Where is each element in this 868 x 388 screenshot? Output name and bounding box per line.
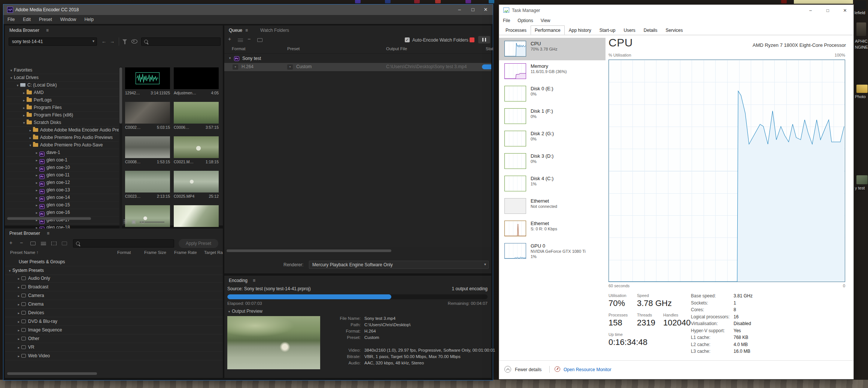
preset-category-row[interactable]: ▸VR	[5, 343, 223, 352]
zoom-slider-knob[interactable]	[141, 220, 145, 224]
preset-category-row[interactable]: ▸Other	[5, 334, 223, 343]
tree-item[interactable]: ▸AMD	[6, 89, 119, 97]
tree-horizontal-scrollbar[interactable]	[7, 217, 91, 220]
twist-icon[interactable]: ▸	[21, 90, 27, 97]
twist-icon[interactable]: ▸	[34, 187, 39, 194]
add-source-icon[interactable]: +	[228, 36, 231, 42]
tree-item[interactable]: ▾Adobe Premiere Pro Auto-Save	[6, 142, 119, 149]
twist-icon[interactable]: ▾	[9, 75, 14, 82]
tree-item[interactable]: ▸Prglen coe-10	[6, 164, 119, 172]
ame-titlebar[interactable]: Adobe Media Encoder CC 2018 – □ ✕	[3, 4, 493, 15]
tree-item[interactable]: ▸PerfLogs	[6, 97, 119, 104]
export-preset-icon[interactable]	[62, 242, 67, 245]
tree-item[interactable]: ▸Program Files (x86)	[6, 112, 119, 119]
twist-icon[interactable]: ▸	[16, 275, 21, 283]
preset-group-row[interactable]: User Presets & Groups	[5, 258, 223, 266]
column-header[interactable]: Preset	[287, 46, 300, 51]
preset-group-row[interactable]: ▾System Presets	[5, 266, 223, 275]
app-icon[interactable]	[781, 0, 787, 3]
twist-icon[interactable]: ▸	[34, 194, 39, 201]
menu-item[interactable]: Edit	[19, 15, 35, 22]
twist-icon[interactable]: ▾	[227, 56, 233, 60]
preset-category-row[interactable]: ▸Image Sequence	[5, 326, 223, 334]
menu-item[interactable]: Help	[80, 15, 98, 22]
twist-icon[interactable]: ▸	[16, 309, 21, 317]
media-thumbnail[interactable]: 12942… 3:14:11925	[124, 67, 171, 99]
tree-item[interactable]: ▸Prglen coe-14	[6, 194, 119, 201]
menu-item[interactable]: File	[3, 15, 19, 22]
panel-menu-icon[interactable]: ≡	[245, 28, 248, 33]
maximize-button[interactable]: □	[467, 4, 479, 15]
tree-item[interactable]: ▾Local Drives	[6, 74, 119, 82]
back-icon[interactable]: ←	[101, 39, 106, 44]
column-header[interactable]: Target Ra	[204, 250, 223, 255]
tm-titlebar[interactable]: Task Manager – □ ✕	[499, 5, 853, 16]
tab[interactable]: Users	[619, 25, 639, 35]
filter-icon[interactable]	[122, 39, 127, 42]
format-dropdown[interactable]: ▾	[233, 64, 238, 70]
media-thumbnail[interactable]: C0025.MP4 25:12	[173, 170, 220, 202]
column-header[interactable]: Stat	[486, 46, 493, 51]
tab-queue[interactable]: Queue	[229, 28, 242, 33]
tab-watch-folders[interactable]: Watch Folders	[260, 28, 289, 33]
tree-item[interactable]: ▸Prglen coe-11	[6, 172, 119, 179]
add-preset-icon[interactable]: +	[9, 240, 12, 246]
desktop-icon[interactable]	[856, 175, 868, 184]
folder-icon[interactable]	[856, 85, 868, 93]
tree-item[interactable]: ▾Scratch Disks	[6, 119, 119, 127]
renderer-dropdown[interactable]: Mercury Playback Engine Software Only ▾	[309, 261, 489, 269]
media-thumbnail[interactable]: C0021.M… 1:18:15	[173, 136, 220, 168]
eye-icon[interactable]	[131, 39, 137, 43]
twist-icon[interactable]: ▸	[21, 104, 27, 112]
auto-encode-checkbox[interactable]: ✓	[405, 37, 410, 42]
menu-item[interactable]: Preset	[35, 15, 56, 22]
twist-icon[interactable]: ▸	[16, 352, 21, 360]
desktop-icon[interactable]	[855, 1, 866, 9]
twist-icon[interactable]: ▸	[16, 300, 21, 309]
panel-menu-icon[interactable]: ≡	[46, 28, 49, 33]
queue-settings-icon[interactable]	[238, 38, 243, 42]
perf-sidebar-item[interactable]: Disk 1 (F:) 0%	[499, 105, 606, 128]
preset-category-row[interactable]: ▸Web Video	[5, 352, 223, 360]
twist-icon[interactable]: ▾	[21, 119, 27, 127]
stop-encoding-button[interactable]	[470, 37, 474, 42]
app-icon[interactable]	[465, 0, 471, 3]
queue-group-row[interactable]: ▾ Pr Sony test	[224, 55, 491, 63]
media-thumbnail[interactable]: Adjustmen… 4:05	[173, 67, 220, 99]
twist-icon[interactable]: ▸	[21, 97, 27, 104]
app-icon[interactable]	[435, 0, 441, 3]
tab[interactable]: Services	[661, 25, 687, 35]
fewer-details-icon[interactable]	[504, 366, 511, 373]
column-header[interactable]: Frame Rate	[174, 250, 197, 255]
perf-sidebar-item[interactable]: GPU 0 NVIDIA GeForce GTX 1080 Ti 1%	[499, 240, 606, 263]
remove-preset-icon[interactable]: −	[20, 240, 23, 246]
preset-category-row[interactable]: ▸Broadcast	[5, 283, 223, 291]
twist-icon[interactable]: ▾	[15, 82, 20, 89]
menu-item[interactable]: Window	[56, 15, 81, 22]
preset-horizontal-scrollbar[interactable]	[7, 372, 97, 375]
perf-sidebar-item[interactable]: Disk 4 (C:) 1%	[499, 173, 606, 195]
preset-category-row[interactable]: ▸Devices	[5, 309, 223, 317]
preset-settings-icon[interactable]	[41, 242, 46, 245]
perf-sidebar-item[interactable]: Disk 3 (D:) 0%	[499, 150, 606, 173]
column-header[interactable]: Format	[232, 46, 245, 51]
media-thumbnail[interactable]: C0027.M… 1:56:15	[124, 204, 171, 229]
twist-icon[interactable]: ▾	[28, 142, 33, 149]
queue-horizontal-scrollbar[interactable]	[227, 249, 391, 252]
maximize-button[interactable]: □	[819, 5, 836, 16]
menu-item[interactable]: View	[537, 16, 554, 23]
perf-sidebar-item[interactable]: Disk 2 (G:) 0%	[499, 128, 606, 150]
close-button[interactable]: ✕	[479, 4, 492, 15]
tree-item[interactable]: ▸Adobe Premiere Pro Audio Previews	[6, 134, 119, 142]
twist-icon[interactable]: ▸	[34, 179, 39, 187]
minimize-button[interactable]: –	[453, 4, 466, 15]
preset-category-row[interactable]: ▸Camera	[5, 291, 223, 300]
twist-icon[interactable]: ▸	[28, 134, 33, 142]
remove-source-icon[interactable]: −	[248, 36, 251, 42]
panel-menu-icon[interactable]: ≡	[47, 231, 49, 236]
twist-icon[interactable]: ▸	[34, 149, 39, 157]
media-thumbnail[interactable]: C0002… 5:03:15	[124, 101, 171, 133]
preset-search-input[interactable]	[73, 239, 174, 248]
output-preview-toggle[interactable]: ▾Output Preview	[227, 309, 262, 314]
twist-icon[interactable]: ▸	[28, 127, 33, 134]
